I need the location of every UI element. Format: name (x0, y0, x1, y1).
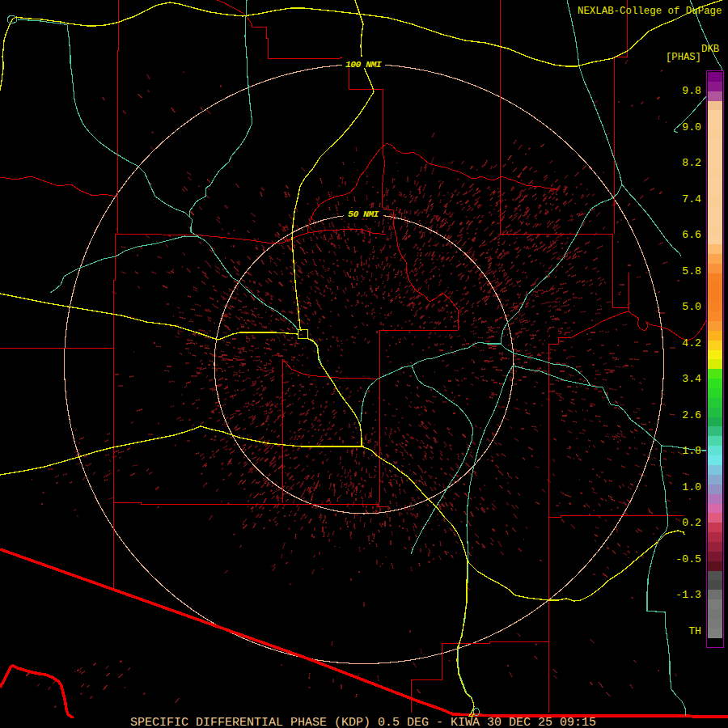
svg-text:50 NMI: 50 NMI (348, 209, 379, 219)
svg-text:7.4: 7.4 (682, 193, 701, 205)
svg-text:1.8: 1.8 (682, 445, 701, 457)
svg-text:6.6: 6.6 (682, 229, 701, 241)
svg-text:9.8: 9.8 (682, 85, 701, 97)
svg-text:5.0: 5.0 (682, 301, 701, 313)
svg-text:4.2: 4.2 (682, 337, 701, 349)
svg-text:3.4: 3.4 (682, 373, 701, 385)
svg-text:0.2: 0.2 (682, 517, 701, 529)
svg-text:TH: TH (688, 625, 701, 637)
svg-text:DKB: DKB (701, 44, 719, 55)
svg-text:8.2: 8.2 (682, 157, 701, 169)
svg-text:-1.3: -1.3 (675, 589, 701, 601)
svg-text:9.0: 9.0 (682, 121, 701, 133)
svg-text:100 NMI: 100 NMI (345, 59, 382, 70)
svg-text:-0.5: -0.5 (675, 553, 701, 565)
svg-text:5.8: 5.8 (682, 265, 701, 277)
svg-text:NEXLAB-College of DuPage: NEXLAB-College of DuPage (578, 6, 722, 17)
svg-text:1.0: 1.0 (682, 481, 701, 493)
svg-text:[PHAS]: [PHAS] (666, 52, 701, 63)
svg-text:2.6: 2.6 (682, 409, 701, 421)
svg-text:SPECIFIC DIFFERENTIAL PHASE (K: SPECIFIC DIFFERENTIAL PHASE (KDP) 0.5 DE… (130, 716, 596, 728)
